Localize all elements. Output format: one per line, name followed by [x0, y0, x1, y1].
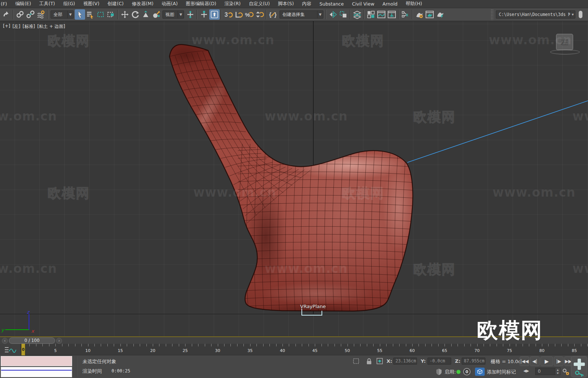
chevron-down-icon[interactable]: ▼	[178, 11, 184, 18]
menu-item-1[interactable]: 编辑(E)	[11, 0, 35, 8]
render-production-icon[interactable]	[435, 9, 445, 20]
frame-nav-arrows[interactable]: ◀▶	[523, 369, 529, 373]
key-settings-icon[interactable]	[562, 368, 570, 376]
viewport[interactable]: [+][左][标准][粘土 + 边面] 左 y z x VRayPlane	[0, 21, 588, 336]
time-tag-cube-icon[interactable]	[475, 368, 485, 376]
menu-item-4[interactable]: 视图(V)	[79, 0, 103, 8]
viewport-label-part-3[interactable]: [粘土 + 边面]	[37, 23, 65, 30]
window-crossing-icon[interactable]	[106, 9, 116, 20]
clipped-edge-icon[interactable]	[576, 9, 587, 20]
frame-tick	[341, 344, 341, 346]
menu-item-13[interactable]: Substance	[316, 0, 348, 7]
go-to-start-button[interactable]: |◀◀	[520, 356, 529, 366]
menu-item-11[interactable]: 脚本(S)	[274, 0, 298, 8]
frame-tick	[581, 344, 581, 346]
add-time-tag-button[interactable]: 添加时间标记	[487, 369, 516, 375]
scene-canvas[interactable]	[0, 21, 588, 336]
viewcube[interactable]: 左	[552, 33, 578, 59]
menu-item-16[interactable]: 帮助(H)	[402, 0, 426, 8]
menu-item-6[interactable]: 修改器(M)	[128, 0, 158, 8]
next-key-button[interactable]: ›	[56, 338, 62, 344]
menu-item-14[interactable]: Civil View	[348, 0, 378, 7]
align-icon[interactable]	[338, 9, 349, 20]
layer-manager-icon[interactable]	[352, 9, 362, 20]
toggle-ribbon-icon[interactable]	[366, 9, 376, 20]
macro-recorder-pane[interactable]	[1, 356, 72, 366]
menu-item-2[interactable]: 工具(T)	[35, 0, 59, 8]
select-object-button[interactable]	[75, 9, 85, 20]
chevron-down-icon[interactable]: ▼	[570, 11, 575, 18]
viewport-label-part-2[interactable]: [标准]	[23, 23, 35, 30]
use-pivot-center-icon[interactable]	[185, 9, 196, 20]
viewcube-face[interactable]: 左	[556, 34, 573, 50]
schematic-view-icon[interactable]	[387, 9, 397, 20]
set-key-button[interactable]	[571, 356, 587, 377]
selection-lock-icon[interactable]	[366, 358, 372, 365]
select-scale-icon[interactable]	[140, 9, 151, 20]
scene-explorer-icon[interactable]: x	[400, 9, 411, 20]
frame-spinner[interactable]: ▲▼	[555, 368, 560, 375]
region-select-icon[interactable]	[96, 9, 106, 20]
select-rotate-icon[interactable]	[130, 9, 140, 20]
toolbar-separator	[398, 10, 399, 19]
maxscript-listener-pane[interactable]	[1, 367, 72, 377]
frame-tick	[114, 344, 114, 346]
object-name-label[interactable]: VRayPlane	[287, 304, 339, 309]
time-slider-handle[interactable]: 0 / 100	[9, 337, 55, 344]
x-coord-field[interactable]: 23.136cm	[393, 358, 417, 365]
current-frame-field[interactable]: 0 ▲▼	[535, 368, 560, 375]
current-frame-marker[interactable]: 0	[21, 344, 25, 355]
security-issue-count[interactable]: 0	[463, 368, 471, 375]
menu-item-0[interactable]: (F)	[0, 0, 11, 7]
viewport-label-part-0[interactable]: [+]	[3, 23, 10, 30]
render-setup-icon[interactable]	[414, 9, 424, 20]
menu-item-9[interactable]: 渲染(R)	[220, 0, 245, 8]
edit-named-sets-icon[interactable]: {}	[268, 9, 278, 20]
unlink-icon[interactable]	[25, 9, 36, 20]
absolute-mode-icon[interactable]	[376, 358, 384, 365]
axis-x-label: x	[31, 328, 35, 334]
toolbar-drag-handle[interactable]	[491, 9, 494, 20]
select-move-icon[interactable]	[120, 9, 130, 20]
ref-coord-combo[interactable]: 视图▼	[162, 10, 184, 19]
snap-toggle-3d-icon[interactable]: 3	[223, 9, 233, 20]
percent-snap-icon[interactable]: %	[244, 9, 254, 20]
menu-item-5[interactable]: 创建(C)	[103, 0, 127, 8]
menu-item-8[interactable]: 图形编辑器(D)	[182, 0, 220, 8]
rendered-frame-window-icon[interactable]	[424, 9, 435, 20]
mirror-icon[interactable]	[328, 9, 338, 20]
curve-editor-icon[interactable]	[376, 9, 387, 20]
viewcube-ring-icon[interactable]	[550, 49, 580, 55]
viewport-label-part-1[interactable]: [左]	[12, 23, 20, 30]
frame-label-60: 60	[406, 348, 419, 353]
project-folder-combo[interactable]: C:\Users\Han\Documents\3ds Max 2022▼	[496, 10, 575, 19]
isolate-selection-icon[interactable]	[352, 358, 360, 365]
menu-item-15[interactable]: Arnold	[378, 0, 401, 7]
play-button[interactable]: ▶	[540, 356, 553, 366]
menu-item-7[interactable]: 动画(A)	[158, 0, 182, 8]
menu-item-10[interactable]: 自定义(U)	[245, 0, 274, 8]
bind-space-warp-icon[interactable]	[36, 9, 46, 20]
spinner-snap-icon[interactable]	[254, 9, 265, 20]
track-bar[interactable]: 0510152025303540455055606570758085 0	[0, 344, 588, 355]
chevron-down-icon[interactable]: ▼	[317, 11, 323, 18]
menu-item-12[interactable]: 内容	[298, 0, 316, 8]
previous-frame-button[interactable]: ◀|	[530, 356, 540, 366]
select-place-icon[interactable]	[151, 9, 161, 20]
y-coord-field[interactable]: -0.0cm	[427, 358, 451, 365]
link-icon[interactable]	[15, 9, 25, 20]
select-by-name-icon[interactable]	[85, 9, 96, 20]
chevron-down-icon[interactable]: ▼	[67, 11, 73, 18]
angle-snap-icon[interactable]	[233, 9, 244, 20]
next-frame-button[interactable]: |▶	[554, 356, 563, 366]
redo-icon[interactable]	[1, 9, 12, 20]
named-set-combo[interactable]: 创建选择集▼	[280, 10, 323, 19]
menu-item-3[interactable]: 组(G)	[59, 0, 79, 8]
previous-key-button[interactable]: ‹	[2, 338, 8, 344]
selection-filter-combo[interactable]: 全部▼	[51, 10, 74, 19]
scene-security-shield-icon[interactable]	[436, 368, 442, 375]
frame-ruler[interactable]: 0510152025303540455055606570758085	[0, 344, 588, 355]
select-manipulate-icon[interactable]	[199, 9, 209, 20]
z-coord-field[interactable]: 87.955cm	[462, 358, 485, 365]
keyboard-override-toggle[interactable]	[209, 9, 220, 20]
